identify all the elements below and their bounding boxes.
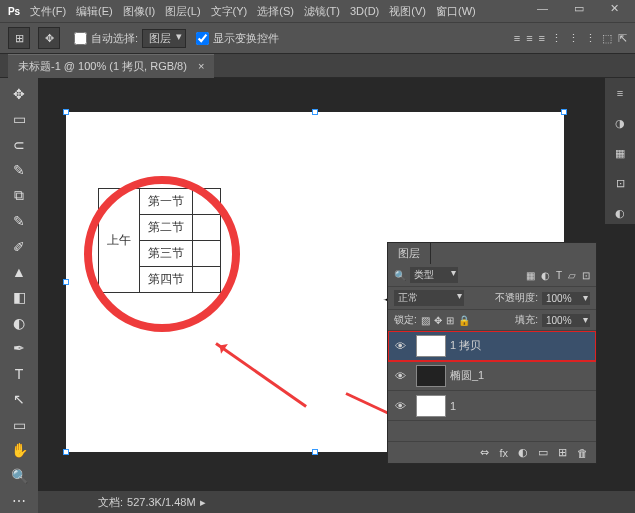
menu-layer[interactable]: 图层(L) (165, 4, 200, 19)
layer-thumbnail[interactable] (416, 395, 446, 417)
layer-row[interactable]: 👁 1 拷贝 (388, 331, 596, 361)
move-tool[interactable]: ✥ (5, 82, 33, 105)
tab-close-icon[interactable]: × (198, 60, 204, 72)
pixel-filter-icon[interactable]: ▦ (526, 270, 535, 281)
status-menu-icon[interactable]: ▸ (200, 496, 206, 509)
zoom-tool[interactable]: 🔍 (5, 464, 33, 487)
menu-filter[interactable]: 滤镜(T) (304, 4, 340, 19)
hand-tool[interactable]: ✋ (5, 439, 33, 462)
menu-select[interactable]: 选择(S) (257, 4, 294, 19)
lasso-tool[interactable]: ⊂ (5, 133, 33, 156)
mask-icon[interactable]: ◐ (518, 446, 528, 459)
filter-kind-dropdown[interactable]: 类型 (410, 267, 458, 283)
opacity-label: 不透明度: (495, 291, 538, 305)
align-icon[interactable]: ≡ (514, 32, 520, 45)
visibility-icon[interactable]: 👁 (388, 370, 412, 382)
history-icon[interactable]: ≡ (609, 82, 631, 104)
crop-tool[interactable]: ⧉ (5, 184, 33, 207)
fx-icon[interactable]: fx (499, 447, 508, 459)
layer-row[interactable]: 👁 椭圆_1 (388, 361, 596, 391)
align-icon[interactable]: ≡ (526, 32, 532, 45)
more-tools[interactable]: ⋯ (5, 490, 33, 513)
auto-select-label: 自动选择: (91, 31, 138, 46)
doc-size-label: 文档: (98, 495, 123, 510)
3d-icon[interactable]: ⬚ (602, 32, 612, 45)
lock-pixels-icon[interactable]: ▨ (421, 315, 430, 326)
distribute-icon[interactable]: ⋮ (551, 32, 562, 45)
annotation-circle (84, 176, 240, 332)
handle-bl[interactable] (63, 449, 69, 455)
layer-thumbnail[interactable] (416, 335, 446, 357)
layer-list: 👁 1 拷贝 👁 椭圆_1 👁 1 (388, 331, 596, 421)
distribute-icon[interactable]: ⋮ (568, 32, 579, 45)
adjust-filter-icon[interactable]: ◐ (541, 270, 550, 281)
menu-view[interactable]: 视图(V) (389, 4, 426, 19)
group-icon[interactable]: ▭ (538, 446, 548, 459)
visibility-icon[interactable]: 👁 (388, 340, 412, 352)
tool-preset-icon[interactable]: ⊞ (8, 27, 30, 49)
tools-panel: ✥ ▭ ⊂ ✎ ⧉ ✎ ✐ ▲ ◧ ◐ ✒ T ↖ ▭ ✋ 🔍 ⋯ (0, 78, 38, 513)
document-tab[interactable]: 未标题-1 @ 100% (1 拷贝, RGB/8) × (8, 54, 214, 78)
smart-filter-icon[interactable]: ⊡ (582, 270, 590, 281)
move-tool-icon[interactable]: ✥ (38, 27, 60, 49)
minimize-icon[interactable]: — (537, 2, 548, 15)
type-filter-icon[interactable]: T (556, 270, 562, 281)
delete-icon[interactable]: 🗑 (577, 447, 588, 459)
menu-type[interactable]: 文字(Y) (211, 4, 248, 19)
marquee-tool[interactable]: ▭ (5, 107, 33, 130)
shape-filter-icon[interactable]: ▱ (568, 270, 576, 281)
color-icon[interactable]: ◑ (609, 112, 631, 134)
filter-icon[interactable]: 🔍 (394, 270, 406, 281)
menu-3d[interactable]: 3D(D) (350, 5, 379, 17)
panel-dock: ≡ ◑ ▦ ⊡ ◐ (605, 78, 635, 224)
libraries-icon[interactable]: ⊡ (609, 172, 631, 194)
swatches-icon[interactable]: ▦ (609, 142, 631, 164)
app-logo: Ps (4, 3, 24, 19)
auto-select-checkbox[interactable] (74, 32, 87, 45)
show-transform-label: 显示变换控件 (213, 31, 279, 46)
eyedropper-tool[interactable]: ✎ (5, 209, 33, 232)
menu-file[interactable]: 文件(F) (30, 4, 66, 19)
link-icon[interactable]: ⇔ (480, 446, 489, 459)
share-icon[interactable]: ⇱ (618, 32, 627, 45)
menu-window[interactable]: 窗口(W) (436, 4, 476, 19)
distribute-icon[interactable]: ⋮ (585, 32, 596, 45)
visibility-icon[interactable]: 👁 (388, 400, 412, 412)
handle-tr[interactable] (561, 109, 567, 115)
pen-tool[interactable]: ✒ (5, 337, 33, 360)
handle-b[interactable] (312, 449, 318, 455)
handle-l[interactable] (63, 279, 69, 285)
menu-image[interactable]: 图像(I) (123, 4, 155, 19)
maximize-icon[interactable]: ▭ (574, 2, 584, 15)
gradient-tool[interactable]: ◐ (5, 311, 33, 334)
layers-footer: ⇔ fx ◐ ▭ ⊞ 🗑 (388, 441, 596, 463)
eraser-tool[interactable]: ◧ (5, 286, 33, 309)
type-tool[interactable]: T (5, 362, 33, 385)
layer-thumbnail[interactable] (416, 365, 446, 387)
close-icon[interactable]: ✕ (610, 2, 619, 15)
handle-t[interactable] (312, 109, 318, 115)
align-icon[interactable]: ≡ (539, 32, 545, 45)
layers-panel: 图层 🔍 类型 ▦ ◐ T ▱ ⊡ 正常 不透明度: 100% 锁定: ▨ ✥ … (387, 242, 597, 464)
show-transform-checkbox[interactable] (196, 32, 209, 45)
shape-tool[interactable]: ▭ (5, 413, 33, 436)
handle-tl[interactable] (63, 109, 69, 115)
quick-select-tool[interactable]: ✎ (5, 158, 33, 181)
fill-label: 填充: (515, 313, 538, 327)
menu-edit[interactable]: 编辑(E) (76, 4, 113, 19)
new-layer-icon[interactable]: ⊞ (558, 446, 567, 459)
adjustments-icon[interactable]: ◐ (609, 202, 631, 224)
layers-tab[interactable]: 图层 (388, 243, 431, 264)
panel-tabs: 图层 (388, 243, 596, 264)
fill-input[interactable]: 100% (542, 314, 590, 327)
auto-select-dropdown[interactable]: 图层 (142, 29, 186, 48)
lock-all-icon[interactable]: 🔒 (458, 315, 470, 326)
lock-artboard-icon[interactable]: ⊞ (446, 315, 454, 326)
lock-position-icon[interactable]: ✥ (434, 315, 442, 326)
layer-row[interactable]: 👁 1 (388, 391, 596, 421)
blend-mode-dropdown[interactable]: 正常 (394, 290, 464, 306)
stamp-tool[interactable]: ▲ (5, 260, 33, 283)
brush-tool[interactable]: ✐ (5, 235, 33, 258)
path-tool[interactable]: ↖ (5, 388, 33, 411)
opacity-input[interactable]: 100% (542, 292, 590, 305)
